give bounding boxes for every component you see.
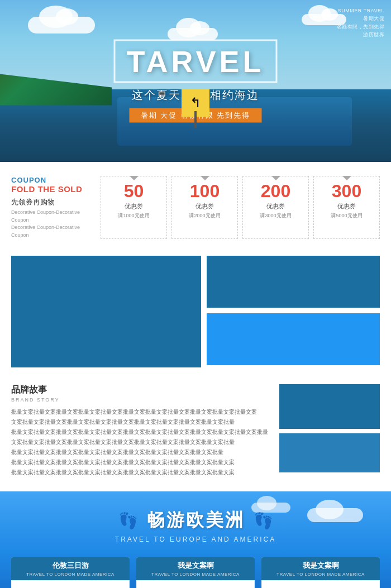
hero-top-text: SUMMER TRAVEL暑期大促名额有限，先到先得游历世界 — [337, 7, 385, 39]
hero-section: TARVEL 这个夏天 与你相约海边 暑期 大促 名额有限 先到先得 ↰ SUM… — [0, 0, 391, 162]
travel-header: 👣 畅游欧美洲 👣 TRAVEL TO EUROPE AND AMERICA — [0, 491, 391, 552]
travel-card-subtitle-1: TRAVEL TO LONDON MADE AMERICA — [14, 572, 127, 577]
brand-section: 品牌故事 BRAND STORY 批量文案批量文案批量文案批量文案批量文案批量文… — [0, 379, 391, 491]
travel-card-3[interactable]: 我是文案啊 TRAVEL TO LONDON MADE AMERICA 批量文案… — [261, 557, 380, 588]
coupon-desc-small: Decorative Coupon-Decorative Coupon Deco… — [11, 209, 92, 239]
travel-card-title-1: 伦敦三日游 — [14, 561, 127, 571]
coupon-condition-50: 满1000元使用 — [104, 212, 164, 219]
coupon-label: COUPON — [11, 176, 92, 184]
travel-card-header-1: 伦敦三日游 TRAVEL TO LONDON MADE AMERICA — [11, 557, 130, 580]
sign-pole — [194, 111, 197, 128]
product-image-right-top[interactable] — [207, 256, 380, 308]
cloud-1 — [28, 17, 95, 34]
coupon-card-50[interactable]: 50 优惠券 满1000元使用 — [101, 176, 167, 239]
travel-section: 👣 畅游欧美洲 👣 TRAVEL TO EUROPE AND AMERICA 伦… — [0, 491, 391, 588]
coupon-desc-cn: 先领券再购物 — [11, 197, 92, 207]
coupon-cards-container: 50 优惠券 满1000元使用 100 优惠券 满2000元使用 200 优惠券… — [101, 176, 380, 239]
coupon-condition-100: 满2000元使用 — [175, 212, 235, 219]
brand-text-content: 批量文案批量文案批量文案批量文案批量文案批量文案批量文案批量文案批量文案批量文案… — [11, 407, 274, 477]
coupon-card-300[interactable]: 300 优惠券 满5000元使用 — [313, 176, 380, 239]
travel-cards-container: 伦敦三日游 TRAVEL TO LONDON MADE AMERICA 写车增送… — [0, 552, 391, 588]
coupon-type-200: 优惠券 — [246, 202, 306, 211]
coupon-amount-100: 100 — [175, 182, 235, 200]
hero-road-sign: ↰ — [182, 89, 209, 117]
coupon-card-200[interactable]: 200 优惠券 满3000元使用 — [242, 176, 309, 239]
travel-foot-icon-right: 👣 — [254, 511, 273, 530]
coupon-type-50: 优惠券 — [104, 202, 164, 211]
coupon-amount-50: 50 — [104, 182, 164, 200]
coupon-type-300: 优惠券 — [317, 202, 376, 211]
coupon-condition-200: 满3000元使用 — [246, 212, 306, 219]
travel-card-header-2: 我是文案啊 TRAVEL TO LONDON MADE AMERICA — [136, 557, 255, 580]
brand-content: 品牌故事 BRAND STORY 批量文案批量文案批量文案批量文案批量文案批量文… — [11, 384, 274, 477]
travel-foot-icon-left: 👣 — [118, 511, 138, 530]
travel-card-header-3: 我是文案啊 TRAVEL TO LONDON MADE AMERICA — [261, 557, 380, 580]
brand-image-top[interactable] — [279, 384, 380, 429]
coupon-section: COUPON FOLD THE SOLD 先领券再购物 Decorative C… — [0, 162, 391, 250]
travel-card-image-3 — [261, 580, 380, 588]
brand-images — [279, 384, 380, 477]
coupon-amount-200: 200 — [246, 182, 306, 200]
travel-card-subtitle-2: TRAVEL TO LONDON MADE AMERICA — [139, 572, 252, 577]
product-image-right-bottom[interactable] — [207, 313, 380, 365]
travel-card-subtitle-3: TRAVEL TO LONDON MADE AMERICA — [264, 572, 377, 577]
travel-card-image-2 — [136, 580, 255, 588]
hero-main-title: TARVEL — [113, 40, 277, 83]
cloud-2 — [168, 28, 218, 40]
coupon-amount-300: 300 — [317, 182, 376, 200]
travel-card-image-1 — [11, 580, 130, 588]
coupon-condition-300: 满5000元使用 — [317, 212, 376, 219]
brand-image-bottom[interactable] — [279, 433, 380, 472]
brand-title: 品牌故事 — [11, 384, 274, 396]
coupon-fold-label: FOLD THE SOLD — [11, 184, 92, 194]
coupon-type-100: 优惠券 — [175, 202, 235, 211]
travel-title-en: TRAVEL TO EUROPE AND AMERICA — [0, 536, 391, 543]
hero-top-right-info: SUMMER TRAVEL暑期大促名额有限，先到先得游历世界 — [337, 7, 385, 39]
coupon-left: COUPON FOLD THE SOLD 先领券再购物 Decorative C… — [11, 176, 101, 239]
coupon-card-100[interactable]: 100 优惠券 满2000元使用 — [171, 176, 238, 239]
travel-card-2[interactable]: 我是文案啊 TRAVEL TO LONDON MADE AMERICA 批量文案… — [136, 557, 255, 588]
travel-title-cn: 畅游欧美洲 — [147, 508, 245, 533]
travel-card-title-3: 我是文案啊 — [264, 561, 377, 571]
travel-cards-row-1: 伦敦三日游 TRAVEL TO LONDON MADE AMERICA 写车增送… — [11, 557, 380, 588]
product-image-left[interactable] — [11, 256, 201, 367]
brand-title-en: BRAND STORY — [11, 397, 274, 403]
travel-card-london[interactable]: 伦敦三日游 TRAVEL TO LONDON MADE AMERICA 写车增送… — [11, 557, 130, 588]
product-images-right — [207, 256, 380, 367]
products-grid — [0, 250, 391, 379]
travel-card-title-2: 我是文案啊 — [139, 561, 252, 571]
